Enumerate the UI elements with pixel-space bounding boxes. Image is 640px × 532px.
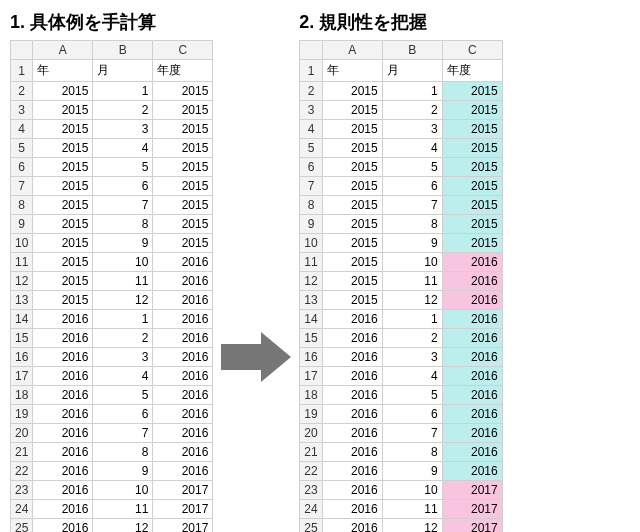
cell-year[interactable]: 2015 [322, 291, 382, 310]
row-header[interactable]: 13 [11, 291, 33, 310]
cell-year[interactable]: 2016 [33, 348, 93, 367]
cell-fiscal[interactable]: 2015 [153, 82, 213, 101]
cell-year[interactable]: 2016 [33, 462, 93, 481]
cell-month[interactable]: 11 [93, 500, 153, 519]
cell-year[interactable]: 2016 [322, 500, 382, 519]
row-header[interactable]: 23 [300, 481, 322, 500]
cell-fiscal[interactable]: 2016 [442, 329, 502, 348]
cell-fiscal[interactable]: 2015 [442, 196, 502, 215]
cell-fiscal[interactable]: 2016 [153, 291, 213, 310]
cell-year[interactable]: 2015 [33, 215, 93, 234]
cell-month[interactable]: 8 [382, 443, 442, 462]
row-header[interactable]: 17 [300, 367, 322, 386]
column-header[interactable]: C [153, 41, 213, 60]
row-header[interactable]: 20 [11, 424, 33, 443]
cell-fiscal[interactable]: 2017 [442, 519, 502, 533]
cell-month[interactable]: 4 [382, 367, 442, 386]
cell-month[interactable]: 6 [93, 177, 153, 196]
cell-month[interactable]: 9 [93, 462, 153, 481]
cell-fiscal[interactable]: 2016 [442, 443, 502, 462]
row-header[interactable]: 20 [300, 424, 322, 443]
cell-year[interactable]: 2015 [322, 101, 382, 120]
cell-fiscal[interactable]: 2015 [442, 215, 502, 234]
cell-fiscal[interactable]: 2015 [442, 139, 502, 158]
row-header[interactable]: 23 [11, 481, 33, 500]
cell-fiscal[interactable]: 2016 [153, 253, 213, 272]
cell-year[interactable]: 2015 [322, 158, 382, 177]
row-header[interactable]: 12 [300, 272, 322, 291]
cell-fiscal[interactable]: 2016 [153, 405, 213, 424]
cell-year[interactable]: 2016 [322, 367, 382, 386]
cell-month[interactable]: 7 [93, 424, 153, 443]
row-header[interactable]: 7 [300, 177, 322, 196]
cell-month[interactable]: 5 [93, 386, 153, 405]
column-header[interactable]: B [382, 41, 442, 60]
cell-year[interactable]: 2015 [322, 234, 382, 253]
row-header[interactable]: 3 [11, 101, 33, 120]
cell-month[interactable]: 3 [93, 120, 153, 139]
header-cell[interactable]: 月 [93, 60, 153, 82]
cell-year[interactable]: 2016 [33, 329, 93, 348]
cell-year[interactable]: 2016 [322, 348, 382, 367]
cell-fiscal[interactable]: 2015 [442, 234, 502, 253]
cell-month[interactable]: 2 [93, 329, 153, 348]
row-header[interactable]: 15 [300, 329, 322, 348]
cell-month[interactable]: 8 [93, 215, 153, 234]
row-header[interactable]: 25 [11, 519, 33, 533]
cell-month[interactable]: 1 [382, 82, 442, 101]
spreadsheet-left[interactable]: ABC1年月年度22015120153201522015420153201552… [10, 40, 213, 532]
row-header[interactable]: 7 [11, 177, 33, 196]
header-cell[interactable]: 年度 [442, 60, 502, 82]
cell-month[interactable]: 10 [93, 253, 153, 272]
cell-fiscal[interactable]: 2017 [442, 500, 502, 519]
corner-cell[interactable] [300, 41, 322, 60]
cell-fiscal[interactable]: 2015 [442, 177, 502, 196]
cell-month[interactable]: 4 [382, 139, 442, 158]
cell-year[interactable]: 2015 [33, 120, 93, 139]
cell-year[interactable]: 2015 [322, 177, 382, 196]
cell-year[interactable]: 2016 [33, 405, 93, 424]
row-header[interactable]: 3 [300, 101, 322, 120]
cell-fiscal[interactable]: 2016 [442, 386, 502, 405]
row-header[interactable]: 10 [11, 234, 33, 253]
cell-fiscal[interactable]: 2016 [153, 424, 213, 443]
cell-year[interactable]: 2015 [322, 272, 382, 291]
cell-fiscal[interactable]: 2016 [153, 310, 213, 329]
spreadsheet-right[interactable]: ABC1年月年度22015120153201522015420153201552… [299, 40, 502, 532]
header-cell[interactable]: 年 [322, 60, 382, 82]
row-header[interactable]: 2 [300, 82, 322, 101]
cell-fiscal[interactable]: 2016 [442, 253, 502, 272]
column-header[interactable]: A [33, 41, 93, 60]
row-header[interactable]: 8 [11, 196, 33, 215]
cell-month[interactable]: 7 [93, 196, 153, 215]
cell-year[interactable]: 2015 [33, 291, 93, 310]
cell-month[interactable]: 5 [382, 158, 442, 177]
header-cell[interactable]: 年度 [153, 60, 213, 82]
cell-fiscal[interactable]: 2015 [442, 120, 502, 139]
cell-fiscal[interactable]: 2015 [442, 101, 502, 120]
cell-month[interactable]: 3 [382, 120, 442, 139]
row-header[interactable]: 4 [11, 120, 33, 139]
cell-month[interactable]: 1 [93, 82, 153, 101]
cell-fiscal[interactable]: 2015 [442, 158, 502, 177]
cell-month[interactable]: 7 [382, 424, 442, 443]
cell-fiscal[interactable]: 2016 [442, 272, 502, 291]
cell-year[interactable]: 2016 [322, 329, 382, 348]
cell-month[interactable]: 10 [382, 253, 442, 272]
cell-year[interactable]: 2015 [322, 139, 382, 158]
cell-year[interactable]: 2015 [322, 82, 382, 101]
cell-fiscal[interactable]: 2016 [442, 310, 502, 329]
row-header[interactable]: 4 [300, 120, 322, 139]
cell-year[interactable]: 2015 [322, 253, 382, 272]
cell-year[interactable]: 2016 [322, 424, 382, 443]
cell-fiscal[interactable]: 2016 [442, 462, 502, 481]
cell-fiscal[interactable]: 2017 [153, 519, 213, 533]
cell-fiscal[interactable]: 2015 [153, 158, 213, 177]
row-header[interactable]: 9 [300, 215, 322, 234]
cell-year[interactable]: 2015 [33, 101, 93, 120]
cell-month[interactable]: 12 [93, 519, 153, 533]
row-header[interactable]: 16 [11, 348, 33, 367]
row-header[interactable]: 12 [11, 272, 33, 291]
row-header[interactable]: 24 [300, 500, 322, 519]
cell-month[interactable]: 4 [93, 139, 153, 158]
